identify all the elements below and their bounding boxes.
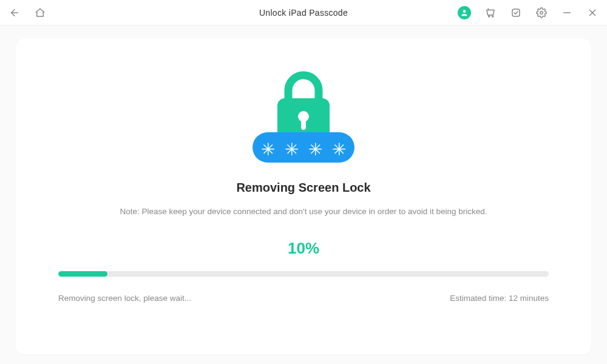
minimize-icon — [561, 7, 572, 18]
status-row: Removing screen lock, please wait... Est… — [58, 294, 549, 303]
asterisk-icon: ✳ — [261, 141, 275, 158]
cart-button[interactable] — [484, 7, 497, 19]
checklist-icon — [510, 7, 521, 18]
asterisk-icon: ✳ — [332, 141, 346, 158]
passcode-pill: ✳ ✳ ✳ ✳ — [253, 132, 354, 163]
svg-rect-11 — [301, 119, 306, 130]
status-right: Estimated time: 12 minutes — [450, 294, 549, 303]
titlebar-right — [458, 6, 599, 19]
gear-icon — [536, 7, 547, 18]
asterisk-icon: ✳ — [308, 141, 322, 158]
cart-icon — [485, 7, 496, 18]
user-icon — [460, 8, 469, 17]
settings-button[interactable] — [535, 7, 548, 19]
window-title: Unlock iPad Passcode — [259, 8, 348, 18]
back-button[interactable] — [8, 7, 21, 19]
arrow-left-icon — [9, 7, 20, 18]
note-text: Note: Please keep your device connected … — [120, 207, 487, 216]
titlebar-left — [8, 7, 46, 19]
account-button[interactable] — [458, 6, 471, 19]
progress-percent-label: 10% — [288, 239, 319, 258]
main-card: ✳ ✳ ✳ ✳ Removing Screen Lock Note: Pleas… — [16, 39, 591, 354]
progress-fill — [58, 271, 107, 277]
svg-rect-4 — [512, 9, 520, 16]
home-button[interactable] — [34, 7, 46, 19]
minimize-button[interactable] — [561, 7, 573, 19]
status-left: Removing screen lock, please wait... — [58, 294, 191, 303]
titlebar: Unlock iPad Passcode — [0, 0, 607, 25]
home-icon — [35, 7, 46, 18]
svg-point-3 — [492, 16, 493, 17]
lock-illustration: ✳ ✳ ✳ ✳ — [243, 69, 364, 166]
close-icon — [587, 7, 598, 18]
progress-bar — [58, 271, 549, 277]
close-button[interactable] — [586, 7, 599, 19]
svg-point-5 — [540, 11, 543, 14]
asterisk-icon: ✳ — [285, 141, 299, 158]
feedback-button[interactable] — [510, 7, 522, 19]
heading: Removing Screen Lock — [236, 181, 370, 195]
svg-point-2 — [489, 16, 490, 17]
svg-point-1 — [463, 10, 466, 13]
